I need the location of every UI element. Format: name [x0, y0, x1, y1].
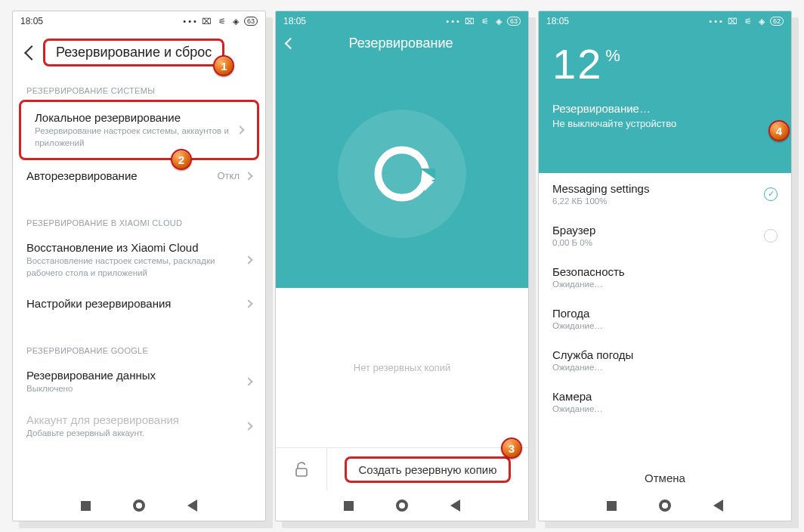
restore-cloud-sub: Восстановление настроек системы, расклад…: [26, 255, 246, 279]
create-backup-button[interactable]: Создать резервную копию: [345, 456, 512, 483]
phone-backup-progress: 18:05 •••⌧ ⚟ ◈62 12% Резервирование… Не …: [538, 11, 792, 521]
restore-cloud-title: Восстановление из Xiaomi Cloud: [26, 241, 246, 254]
page-title: Резервирование и сброс 1: [43, 39, 224, 66]
status-dots: •••: [183, 17, 199, 26]
backup-item-list: Messaging settings6,22 КБ 100%✓Браузер0,…: [539, 173, 791, 461]
row-auto-backup[interactable]: Авторезервирование Откл: [13, 160, 265, 191]
row-restore-cloud[interactable]: Восстановление из Xiaomi Cloud Восстанов…: [13, 232, 265, 288]
list-item: ПогодаОжидание…: [539, 298, 791, 339]
item-name: Браузер: [552, 224, 764, 237]
nav-back-icon[interactable]: [450, 500, 460, 512]
row-backup-account[interactable]: Аккаунт для резервирования Добавьте резе…: [13, 404, 265, 449]
item-status: Ожидание…: [552, 280, 778, 289]
list-item: БезопасностьОжидание…: [539, 256, 791, 298]
item-status: 0,00 Б 0%: [552, 238, 764, 247]
status-bar: 18:05 •••⌧ ⚟ ◈63: [276, 11, 528, 31]
item-name: Messaging settings: [552, 182, 764, 195]
progress-subtitle: Не выключайте устройство: [552, 118, 778, 129]
list-item: Браузер0,00 Б 0%: [539, 215, 791, 256]
item-name: Безопасность: [552, 265, 778, 278]
local-backup-title: Локальное резервирование: [35, 111, 237, 124]
chevron-right-icon: [244, 422, 252, 430]
data-backup-title: Резервирование данных: [26, 369, 246, 382]
android-navbar: [539, 490, 791, 521]
phone-settings: 18:05 •••⌧ ⚟ ◈63 Резервирование и сброс …: [12, 11, 266, 521]
list-item: Служба погодыОжидание…: [539, 339, 791, 381]
item-status: Ожидание…: [552, 321, 778, 330]
cancel-button[interactable]: Отмена: [539, 461, 791, 490]
item-name: Служба погоды: [552, 348, 778, 361]
callout-badge-2: 2: [171, 149, 192, 170]
backup-account-sub: Добавьте резервный аккаунт.: [26, 428, 246, 440]
progress-percent: 12%: [552, 43, 778, 85]
android-navbar: [276, 490, 528, 521]
nav-back-icon[interactable]: [187, 500, 197, 512]
item-status: Ожидание…: [552, 404, 778, 413]
data-backup-sub: Выключено: [26, 383, 246, 395]
refresh-icon: [369, 141, 435, 207]
nav-recent-icon[interactable]: [81, 501, 91, 511]
progress-ring-icon: [764, 229, 778, 243]
callout-badge-3: 3: [501, 438, 522, 459]
status-time: 18:05: [283, 16, 306, 26]
list-item: Messaging settings6,22 КБ 100%✓: [539, 173, 791, 215]
back-icon[interactable]: [24, 45, 39, 60]
nav-home-icon[interactable]: [659, 500, 671, 512]
phone-backup-empty: 18:05 •••⌧ ⚟ ◈63 Резервирование: [275, 11, 529, 521]
android-navbar: [13, 490, 265, 521]
empty-state-text: Нет резервных копий: [354, 362, 450, 373]
svg-point-0: [378, 150, 425, 197]
nav-recent-icon[interactable]: [344, 501, 354, 511]
status-bar: 18:05 •••⌧ ⚟ ◈63: [13, 11, 265, 31]
callout-badge-1: 1: [213, 55, 234, 76]
nav-home-icon[interactable]: [133, 500, 145, 512]
status-time: 18:05: [546, 16, 569, 26]
auto-backup-value: Откл: [218, 170, 240, 181]
chevron-right-icon: [244, 255, 252, 264]
unlock-icon: [292, 460, 311, 478]
row-data-backup[interactable]: Резервирование данных Выключено: [13, 360, 265, 404]
nav-back-icon[interactable]: [713, 500, 723, 512]
chevron-right-icon: [244, 299, 252, 308]
progress-title: Резервирование…: [552, 102, 778, 115]
status-dots: •••: [709, 17, 725, 26]
page-title: Резервирование: [284, 36, 518, 51]
section-cloud-backup: РЕЗЕРВИРОВАНИЕ В XIAOMI CLOUD: [13, 211, 265, 232]
nav-recent-icon[interactable]: [607, 501, 617, 511]
battery-indicator: 63: [507, 17, 521, 26]
svg-rect-4: [296, 469, 307, 476]
status-dots: •••: [446, 17, 462, 26]
section-google-backup: РЕЗЕРВИРОВАНИЕ GOOGLE: [13, 339, 265, 360]
list-item: КамераОжидание…: [539, 381, 791, 422]
backup-ring-graphic: [276, 59, 528, 288]
auto-backup-title: Авторезервирование: [26, 169, 218, 182]
chevron-right-icon: [244, 378, 252, 386]
item-status: Ожидание…: [552, 363, 778, 372]
check-icon: ✓: [764, 187, 778, 201]
chevron-right-icon: [236, 125, 244, 134]
callout-badge-4: 4: [768, 120, 790, 141]
item-name: Погода: [552, 307, 778, 320]
item-name: Камера: [552, 390, 778, 403]
battery-indicator: 62: [770, 17, 784, 26]
section-system-backup: РЕЗЕРВИРОВАНИЕ СИСТЕМЫ: [13, 79, 265, 100]
row-backup-settings[interactable]: Настройки резервирования: [13, 288, 265, 319]
backup-settings-title: Настройки резервирования: [26, 297, 246, 310]
status-time: 18:05: [20, 16, 43, 26]
status-bar: 18:05 •••⌧ ⚟ ◈62: [539, 11, 791, 31]
nav-home-icon[interactable]: [396, 500, 408, 512]
chevron-right-icon: [244, 172, 252, 180]
item-status: 6,22 КБ 100%: [552, 196, 764, 206]
backup-account-title: Аккаунт для резервирования: [26, 413, 246, 426]
row-local-backup[interactable]: Локальное резервирование Резервирование …: [21, 102, 257, 158]
local-backup-sub: Резервирование настроек системы, аккаунт…: [35, 125, 237, 149]
battery-indicator: 63: [244, 17, 258, 26]
lock-button[interactable]: [276, 448, 327, 490]
